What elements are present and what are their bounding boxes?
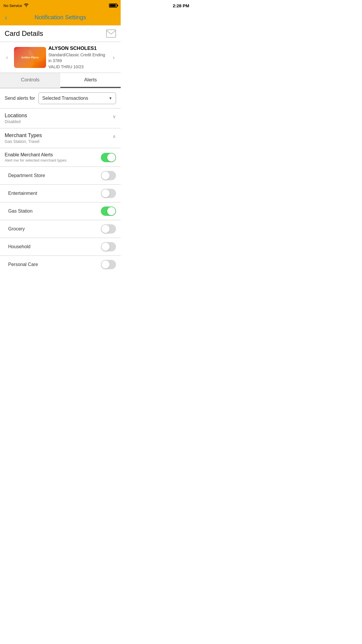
dropdown-arrow-icon: ▼ — [109, 96, 112, 100]
wifi-icon — [24, 3, 29, 8]
card-logo: Golden Plains — [21, 56, 39, 59]
toggle-knob — [107, 207, 115, 215]
locations-title: Locations — [5, 113, 113, 119]
send-alerts-row: Send alerts for Selected Transactions ▼ — [0, 88, 121, 108]
battery-icon — [109, 4, 117, 8]
toggle-knob — [101, 189, 110, 197]
merchant-types-info: Merchant Types Gas Station, Travel — [5, 132, 113, 144]
merchant-row: Personal Care — [0, 256, 121, 273]
card-next-button[interactable]: › — [109, 53, 118, 62]
card-valid-thru: VALID THRU 10/23 — [48, 64, 109, 69]
page-title: Notification Settings — [35, 14, 86, 21]
nav-header: ‹ Notification Settings — [0, 10, 121, 25]
locations-section[interactable]: Locations Disabled ∨ — [0, 108, 121, 128]
carrier-text: No Service — [3, 4, 22, 8]
merchant-item-label: Entertainment — [8, 191, 37, 196]
card-prev-button[interactable]: ‹ — [2, 53, 12, 62]
toggle-knob — [107, 153, 115, 162]
merchant-item-label: Gas Station — [8, 209, 33, 214]
locations-chevron-down-icon: ∨ — [113, 114, 116, 119]
card-row: ‹ Golden Plains ALYSON SCHOLES1 Standard… — [0, 42, 121, 73]
merchant-row: Department Store — [0, 167, 121, 184]
status-right — [109, 4, 117, 8]
enable-merchant-label: Enable Merchant Alerts — [5, 152, 97, 158]
merchant-toggle-grocery[interactable] — [101, 224, 116, 234]
merchant-items-container: Department Store Entertainment Gas Stati… — [0, 167, 121, 273]
tabs: Controls Alerts — [0, 73, 121, 88]
card-details-title: Card Details — [5, 29, 43, 38]
svg-rect-1 — [106, 30, 116, 37]
status-bar: No Service 2:28 PM — [0, 0, 121, 10]
merchant-row: Grocery — [0, 220, 121, 238]
merchant-types-subtitle: Gas Station, Travel — [5, 139, 113, 144]
toggle-knob — [101, 243, 110, 251]
card-name: ALYSON SCHOLES1 — [48, 46, 109, 51]
card-details-header: Card Details — [0, 25, 121, 42]
locations-subtitle: Disabled — [5, 119, 113, 124]
send-alerts-label: Send alerts for — [5, 96, 35, 101]
merchant-toggle-household[interactable] — [101, 242, 116, 251]
merchant-item-label: Household — [8, 244, 31, 249]
card-description: Standard/Classic Credit Ending in 3789 — [48, 52, 109, 64]
card-image: Golden Plains — [14, 47, 46, 68]
enable-merchant-alerts-row: Enable Merchant Alerts Alert me for sele… — [0, 148, 121, 167]
back-button[interactable]: ‹ — [5, 14, 7, 21]
merchant-item-label: Personal Care — [8, 262, 38, 267]
toggle-knob — [101, 260, 110, 269]
merchant-item-label: Department Store — [8, 173, 45, 178]
merchant-types-section[interactable]: Merchant Types Gas Station, Travel ∧ — [0, 128, 121, 148]
tab-alerts[interactable]: Alerts — [60, 73, 121, 88]
toggle-knob — [101, 225, 110, 233]
svg-point-0 — [26, 6, 27, 7]
merchant-row: Gas Station — [0, 202, 121, 220]
mail-icon[interactable] — [106, 29, 116, 38]
merchant-toggle-gas-station[interactable] — [101, 206, 116, 216]
merchant-toggle-department-store[interactable] — [101, 171, 116, 180]
enable-merchant-toggle[interactable] — [101, 153, 116, 162]
merchant-item-label: Grocery — [8, 226, 25, 232]
enable-merchant-sub: Alert me for selected merchant types. — [5, 158, 97, 162]
status-left: No Service — [3, 3, 29, 8]
merchant-row: Entertainment — [0, 185, 121, 202]
toggle-knob — [101, 172, 110, 180]
enable-merchant-info: Enable Merchant Alerts Alert me for sele… — [5, 152, 101, 162]
merchant-types-chevron-up-icon: ∧ — [113, 134, 116, 139]
alerts-dropdown[interactable]: Selected Transactions ▼ — [38, 92, 116, 104]
dropdown-value: Selected Transactions — [42, 96, 88, 101]
merchant-row: Household — [0, 238, 121, 256]
merchant-toggle-personal-care[interactable] — [101, 260, 116, 269]
locations-info: Locations Disabled — [5, 113, 113, 124]
card-info: ALYSON SCHOLES1 Standard/Classic Credit … — [48, 46, 109, 69]
merchant-types-title: Merchant Types — [5, 132, 113, 139]
merchant-toggle-entertainment[interactable] — [101, 189, 116, 198]
tab-controls[interactable]: Controls — [0, 73, 60, 88]
